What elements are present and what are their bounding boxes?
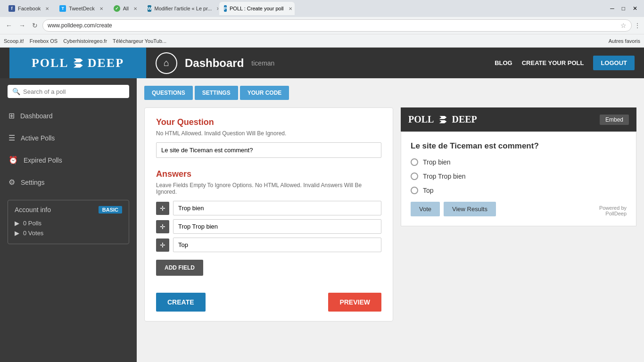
sidebar-item-expired-polls[interactable]: ⏰ Expired Polls <box>0 149 137 171</box>
header-links: BLOG CREATE YOUR POLL LOGOUT <box>495 56 635 70</box>
question-input[interactable] <box>156 142 381 158</box>
question-hint: No HTML Allowed. Invalid Question Will B… <box>156 130 381 137</box>
bookmark-freebox[interactable]: Freebox OS <box>30 38 58 44</box>
logout-button[interactable]: LOGOUT <box>593 56 635 70</box>
tab-settings[interactable]: SETTINGS <box>195 86 238 100</box>
logo: POLL DEEP <box>32 56 124 70</box>
answer-input-3[interactable] <box>173 238 381 252</box>
answer-row-2: ✛ <box>156 219 381 234</box>
form-actions: CREATE PREVIEW <box>156 293 381 312</box>
tab-facebook[interactable]: f Facebook ✕ <box>4 2 54 15</box>
sidebar-label-dashboard: Dashboard <box>20 112 53 120</box>
answer-input-2[interactable] <box>173 219 381 234</box>
dashboard-icon: ⊞ <box>8 111 15 120</box>
bookmark-autres[interactable]: Autres favoris <box>609 38 640 44</box>
poll-option-label-3: Top <box>423 187 434 194</box>
bookmark-cyberhistoire[interactable]: Cyberhistoiregeo.fr <box>63 38 107 44</box>
poll-option-label-1: Trop bien <box>423 158 451 166</box>
stat-polls[interactable]: ▶ 0 Polls <box>15 218 122 228</box>
home-icon[interactable]: ⌂ <box>156 52 177 74</box>
poll-option-3[interactable]: Top <box>411 187 627 194</box>
create-button[interactable]: CREATE <box>156 293 206 312</box>
vote-button[interactable]: Vote <box>411 202 440 216</box>
browser-chrome: f Facebook ✕ T TweetDeck ✕ ✓ All ✕ W Mod… <box>0 0 644 48</box>
maximize-btn[interactable]: □ <box>619 4 628 13</box>
preview-header: POLL DEEP Embed <box>401 107 636 132</box>
answer-input-1[interactable] <box>173 201 381 215</box>
tab-close-facebook[interactable]: ✕ <box>43 6 49 11</box>
preview-deep-text: DEEP <box>452 114 477 125</box>
poll-question: Le site de Ticeman est comment? <box>411 141 627 151</box>
view-results-button[interactable]: View Results <box>444 202 496 216</box>
question-section-title: Your Question <box>156 117 381 127</box>
close-btn[interactable]: ✕ <box>630 4 640 13</box>
stat-votes-label: 0 Votes <box>23 230 43 237</box>
radio-1[interactable] <box>411 158 418 166</box>
url-text: www.polldeep.com/create <box>48 22 620 29</box>
answer-row-3: ✛ <box>156 238 381 252</box>
radio-2[interactable] <box>411 173 418 180</box>
tab-questions[interactable]: QUESTIONS <box>144 86 193 100</box>
drag-handle-2[interactable]: ✛ <box>156 220 169 233</box>
app-container: POLL DEEP ⌂ Dashboard ticeman BLOG CREAT… <box>0 48 644 362</box>
add-field-button[interactable]: ADD FIELD <box>156 260 203 276</box>
embed-button[interactable]: Embed <box>600 115 629 125</box>
logo-poll: POLL <box>32 56 69 70</box>
stat-polls-label: 0 Polls <box>23 220 41 227</box>
poll-option-1[interactable]: Trop bien <box>411 158 627 166</box>
stat-votes[interactable]: ▶ 0 Votes <box>15 228 122 238</box>
basic-badge: BASIC <box>99 206 122 214</box>
star-icon[interactable]: ☆ <box>620 22 627 29</box>
logo-deep: DEEP <box>88 56 124 70</box>
blog-link[interactable]: BLOG <box>495 59 512 66</box>
sidebar-item-active-polls[interactable]: ☰ Active Polls <box>0 127 137 149</box>
form-card: Your Question No HTML Allowed. Invalid Q… <box>144 107 393 321</box>
answers-section-title: Answers <box>156 169 381 179</box>
forward-btn[interactable]: → <box>17 21 27 30</box>
create-poll-link[interactable]: CREATE YOUR POLL <box>522 59 584 66</box>
preview-logo-arrows <box>439 116 446 123</box>
bookmark-bar: Scoop.it! Freebox OS Cyberhistoiregeo.fr… <box>0 34 644 47</box>
drag-handle-3[interactable]: ✛ <box>156 239 169 252</box>
search-icon: 🔍 <box>12 88 20 95</box>
sidebar-label-settings: Settings <box>21 179 45 186</box>
drag-handle-1[interactable]: ✛ <box>156 202 169 215</box>
bookmark-telechargeur[interactable]: Téléchargeur YouTub... <box>113 38 166 44</box>
stat-polls-arrow: ▶ <box>15 220 19 227</box>
tab-close-all[interactable]: ✕ <box>132 6 137 11</box>
preview-body: Le site de Ticeman est comment? Trop bie… <box>401 132 636 226</box>
tab-close-poll[interactable]: ✕ <box>287 6 292 11</box>
header-nav: ⌂ Dashboard ticeman BLOG CREATE YOUR POL… <box>156 52 635 74</box>
stat-votes-arrow: ▶ <box>15 230 19 237</box>
search-input[interactable] <box>23 88 124 95</box>
radio-3[interactable] <box>411 187 418 194</box>
sidebar-item-settings[interactable]: ⚙ Settings <box>0 171 137 193</box>
poll-option-2[interactable]: Trop Trop bien <box>411 173 627 180</box>
tab-tweetdeck[interactable]: T TweetDeck ✕ <box>55 2 107 15</box>
tab-close-modifier[interactable]: ✕ <box>215 6 218 11</box>
tab-poll-active[interactable]: P POLL : Create your poll ✕ <box>219 2 295 15</box>
sidebar-label-expired-polls: Expired Polls <box>24 156 62 164</box>
answers-section: Answers Leave Fields Empty To Ignore Opt… <box>156 169 381 252</box>
sidebar: 🔍 ⊞ Dashboard ☰ Active Polls ⏰ Expired P… <box>0 78 137 362</box>
answer-row-1: ✛ <box>156 201 381 215</box>
search-box[interactable]: 🔍 <box>8 85 129 98</box>
refresh-btn[interactable]: ↻ <box>30 21 40 30</box>
url-box[interactable]: www.polldeep.com/create ☆ <box>42 19 632 32</box>
app-header: POLL DEEP ⌂ Dashboard ticeman BLOG CREAT… <box>0 48 644 78</box>
logo-area: POLL DEEP <box>9 48 146 78</box>
tab-close-tweetdeck[interactable]: ✕ <box>98 6 103 11</box>
settings-icon[interactable]: ⋮ <box>635 22 640 29</box>
settings-nav-icon: ⚙ <box>8 178 15 187</box>
minimize-btn[interactable]: ─ <box>607 4 617 13</box>
tab-your-code[interactable]: YOUR CODE <box>240 86 289 100</box>
extensions-area: ⋮ <box>635 22 640 29</box>
bookmark-scoopit[interactable]: Scoop.it! <box>4 38 24 44</box>
tab-modifier[interactable]: W Modifier l'article « Le pr... ✕ <box>143 2 218 15</box>
expired-polls-icon: ⏰ <box>8 156 18 165</box>
preview-button[interactable]: PREVIEW <box>328 293 381 312</box>
sidebar-item-dashboard[interactable]: ⊞ Dashboard <box>0 105 137 127</box>
tab-all[interactable]: ✓ All ✕ <box>109 2 142 15</box>
back-btn[interactable]: ← <box>4 21 14 30</box>
preview-logo: POLL DEEP <box>408 114 477 125</box>
